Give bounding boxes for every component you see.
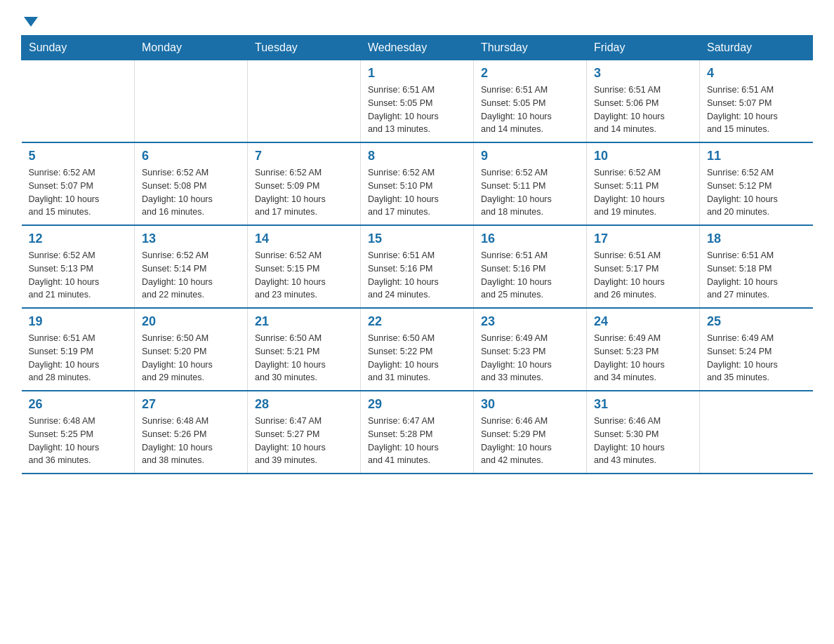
day-info: Sunrise: 6:51 AM Sunset: 5:07 PM Dayligh… [707,83,806,136]
day-number: 25 [707,314,806,329]
weekday-header: Thursday [474,36,587,60]
calendar-cell: 18Sunrise: 6:51 AM Sunset: 5:18 PM Dayli… [700,225,813,308]
weekday-header: Friday [587,36,700,60]
day-number: 4 [707,66,806,81]
calendar-cell [22,60,135,143]
day-number: 14 [255,232,353,246]
weekday-header: Monday [135,36,248,60]
calendar-cell: 4Sunrise: 6:51 AM Sunset: 5:07 PM Daylig… [700,60,813,143]
day-info: Sunrise: 6:50 AM Sunset: 5:20 PM Dayligh… [142,332,240,384]
calendar-cell: 16Sunrise: 6:51 AM Sunset: 5:16 PM Dayli… [474,225,587,308]
day-number: 2 [481,66,579,81]
day-number: 28 [255,397,353,412]
calendar-cell: 30Sunrise: 6:46 AM Sunset: 5:29 PM Dayli… [474,391,587,474]
calendar-cell: 5Sunrise: 6:52 AM Sunset: 5:07 PM Daylig… [22,142,135,225]
day-number: 30 [481,397,579,412]
day-number: 1 [368,66,466,81]
day-number: 21 [255,314,353,329]
logo-arrow-icon [24,17,38,27]
calendar-cell [248,60,361,143]
day-number: 29 [368,397,466,412]
day-info: Sunrise: 6:52 AM Sunset: 5:07 PM Dayligh… [29,166,128,219]
calendar-table: SundayMondayTuesdayWednesdayThursdayFrid… [21,35,813,474]
day-info: Sunrise: 6:47 AM Sunset: 5:28 PM Dayligh… [368,415,466,467]
day-info: Sunrise: 6:49 AM Sunset: 5:24 PM Dayligh… [707,332,806,384]
day-info: Sunrise: 6:46 AM Sunset: 5:29 PM Dayligh… [481,415,579,467]
weekday-header: Wednesday [361,36,474,60]
day-info: Sunrise: 6:49 AM Sunset: 5:23 PM Dayligh… [594,332,692,384]
calendar-cell [700,391,813,474]
day-info: Sunrise: 6:48 AM Sunset: 5:26 PM Dayligh… [142,415,240,467]
day-info: Sunrise: 6:50 AM Sunset: 5:21 PM Dayligh… [255,332,353,384]
day-number: 16 [481,232,579,246]
day-info: Sunrise: 6:52 AM Sunset: 5:11 PM Dayligh… [481,166,579,219]
day-info: Sunrise: 6:51 AM Sunset: 5:06 PM Dayligh… [594,83,692,136]
day-number: 6 [142,149,240,163]
day-info: Sunrise: 6:51 AM Sunset: 5:05 PM Dayligh… [481,83,579,136]
day-info: Sunrise: 6:52 AM Sunset: 5:09 PM Dayligh… [255,166,353,219]
day-number: 12 [29,232,128,246]
day-number: 22 [368,314,466,329]
day-info: Sunrise: 6:46 AM Sunset: 5:30 PM Dayligh… [594,415,692,467]
calendar-week-row: 19Sunrise: 6:51 AM Sunset: 5:19 PM Dayli… [22,308,813,391]
calendar-cell: 7Sunrise: 6:52 AM Sunset: 5:09 PM Daylig… [248,142,361,225]
day-number: 3 [594,66,692,81]
day-info: Sunrise: 6:52 AM Sunset: 5:13 PM Dayligh… [29,249,128,302]
calendar-cell: 20Sunrise: 6:50 AM Sunset: 5:20 PM Dayli… [135,308,248,391]
day-number: 20 [142,314,240,329]
day-number: 7 [255,149,353,163]
weekday-header: Tuesday [248,36,361,60]
calendar-cell: 31Sunrise: 6:46 AM Sunset: 5:30 PM Dayli… [587,391,700,474]
calendar-cell: 21Sunrise: 6:50 AM Sunset: 5:21 PM Dayli… [248,308,361,391]
calendar-week-row: 5Sunrise: 6:52 AM Sunset: 5:07 PM Daylig… [22,142,813,225]
day-number: 10 [594,149,692,163]
day-number: 27 [142,397,240,412]
weekday-header: Sunday [22,36,135,60]
day-number: 23 [481,314,579,329]
weekday-header: Saturday [700,36,813,60]
calendar-week-row: 1Sunrise: 6:51 AM Sunset: 5:05 PM Daylig… [22,60,813,143]
day-number: 17 [594,232,692,246]
calendar-cell: 25Sunrise: 6:49 AM Sunset: 5:24 PM Dayli… [700,308,813,391]
day-info: Sunrise: 6:50 AM Sunset: 5:22 PM Dayligh… [368,332,466,384]
calendar-cell: 1Sunrise: 6:51 AM Sunset: 5:05 PM Daylig… [361,60,474,143]
day-info: Sunrise: 6:52 AM Sunset: 5:08 PM Dayligh… [142,166,240,219]
weekday-header-row: SundayMondayTuesdayWednesdayThursdayFrid… [22,36,813,60]
calendar-cell: 24Sunrise: 6:49 AM Sunset: 5:23 PM Dayli… [587,308,700,391]
calendar-cell: 6Sunrise: 6:52 AM Sunset: 5:08 PM Daylig… [135,142,248,225]
calendar-cell: 10Sunrise: 6:52 AM Sunset: 5:11 PM Dayli… [587,142,700,225]
calendar-week-row: 12Sunrise: 6:52 AM Sunset: 5:13 PM Dayli… [22,225,813,308]
day-number: 13 [142,232,240,246]
day-info: Sunrise: 6:49 AM Sunset: 5:23 PM Dayligh… [481,332,579,384]
calendar-week-row: 26Sunrise: 6:48 AM Sunset: 5:25 PM Dayli… [22,391,813,474]
calendar-cell: 13Sunrise: 6:52 AM Sunset: 5:14 PM Dayli… [135,225,248,308]
calendar-cell: 26Sunrise: 6:48 AM Sunset: 5:25 PM Dayli… [22,391,135,474]
day-info: Sunrise: 6:52 AM Sunset: 5:11 PM Dayligh… [594,166,692,219]
calendar-cell: 11Sunrise: 6:52 AM Sunset: 5:12 PM Dayli… [700,142,813,225]
calendar-cell: 23Sunrise: 6:49 AM Sunset: 5:23 PM Dayli… [474,308,587,391]
calendar-cell [135,60,248,143]
day-number: 5 [29,149,128,163]
page-header [21,14,813,27]
calendar-cell: 28Sunrise: 6:47 AM Sunset: 5:27 PM Dayli… [248,391,361,474]
day-number: 11 [707,149,806,163]
day-info: Sunrise: 6:52 AM Sunset: 5:10 PM Dayligh… [368,166,466,219]
calendar-cell: 14Sunrise: 6:52 AM Sunset: 5:15 PM Dayli… [248,225,361,308]
calendar-cell: 19Sunrise: 6:51 AM Sunset: 5:19 PM Dayli… [22,308,135,391]
day-info: Sunrise: 6:51 AM Sunset: 5:19 PM Dayligh… [29,332,128,384]
logo [21,14,38,27]
day-number: 26 [29,397,128,412]
calendar-cell: 17Sunrise: 6:51 AM Sunset: 5:17 PM Dayli… [587,225,700,308]
calendar-cell: 8Sunrise: 6:52 AM Sunset: 5:10 PM Daylig… [361,142,474,225]
day-info: Sunrise: 6:52 AM Sunset: 5:12 PM Dayligh… [707,166,806,219]
day-info: Sunrise: 6:52 AM Sunset: 5:14 PM Dayligh… [142,249,240,302]
day-info: Sunrise: 6:51 AM Sunset: 5:16 PM Dayligh… [481,249,579,302]
calendar-cell: 15Sunrise: 6:51 AM Sunset: 5:16 PM Dayli… [361,225,474,308]
day-info: Sunrise: 6:52 AM Sunset: 5:15 PM Dayligh… [255,249,353,302]
calendar-cell: 9Sunrise: 6:52 AM Sunset: 5:11 PM Daylig… [474,142,587,225]
calendar-cell: 3Sunrise: 6:51 AM Sunset: 5:06 PM Daylig… [587,60,700,143]
calendar-cell: 2Sunrise: 6:51 AM Sunset: 5:05 PM Daylig… [474,60,587,143]
day-info: Sunrise: 6:51 AM Sunset: 5:05 PM Dayligh… [368,83,466,136]
calendar-cell: 27Sunrise: 6:48 AM Sunset: 5:26 PM Dayli… [135,391,248,474]
day-number: 8 [368,149,466,163]
